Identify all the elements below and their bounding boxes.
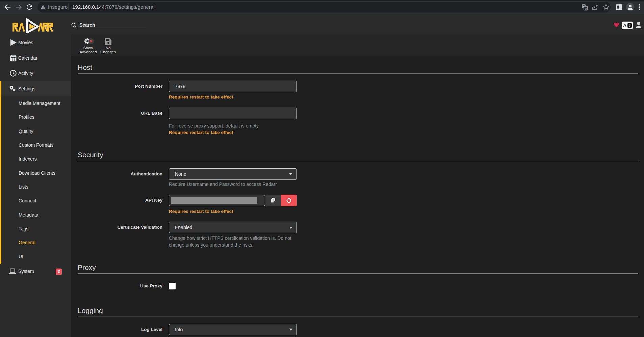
svg-text:文: 文 [585,7,587,10]
